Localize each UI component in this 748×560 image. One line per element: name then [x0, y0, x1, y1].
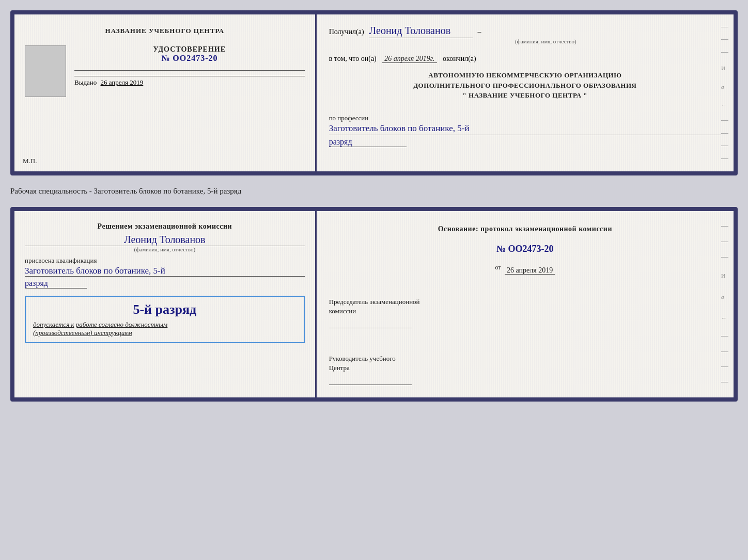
cert1-photo — [25, 45, 66, 97]
cert2-chairman-sign — [329, 318, 412, 328]
cert2-chairman-line2: комиссии — [329, 307, 721, 316]
cert1-org-line3: " НАЗВАНИЕ УЧЕБНОГО ЦЕНТРА " — [329, 90, 721, 101]
cert2-protocol-number: № OO2473-20 — [329, 244, 721, 254]
cert1-org-block: АВТОНОМНУЮ НЕКОММЕРЧЕСКУЮ ОРГАНИЗАЦИЮ ДО… — [329, 70, 721, 101]
cert1-dash: – — [478, 28, 481, 36]
cert1-razryad: разряд — [329, 137, 407, 147]
cert2-director: Руководитель учебного Центра — [329, 354, 721, 373]
cert1-date-prefix: в том, что он(а) — [329, 55, 377, 62]
cert2-from-date: 26 апреля 2019 — [505, 266, 555, 275]
cert2-badge-subtitle: допускается к работе согласно должностны… — [33, 321, 297, 337]
cert2-assigned-label: присвоена квалификация — [25, 257, 97, 265]
cert1-left-panel: НАЗВАНИЕ УЧЕБНОГО ЦЕНТРА УДОСТОВЕРЕНИЕ №… — [14, 14, 317, 171]
cert1-profession-value: Заготовитель блоков по ботанике, 5-й — [329, 123, 721, 135]
cert2-director-line1: Руководитель учебного — [329, 354, 721, 363]
cert2-from-line: от 26 апреля 2019 — [329, 264, 721, 275]
cert2-badge-box: 5-й разряд допускается к работе согласно… — [25, 296, 305, 343]
certificate-card-1: НАЗВАНИЕ УЧЕБНОГО ЦЕНТРА УДОСТОВЕРЕНИЕ №… — [10, 10, 738, 175]
cert1-title-block: УДОСТОВЕРЕНИЕ № OO2473-20 — [74, 45, 305, 63]
cert1-institution: НАЗВАНИЕ УЧЕБНОГО ЦЕНТРА — [105, 27, 225, 35]
cert1-fio-hint: (фамилия, имя, отчество) — [370, 38, 721, 44]
cert1-recipient-block: Получил(а) Леонид Толованов – (фамилия, … — [329, 25, 721, 44]
cert2-badge-title: 5-й разряд — [33, 302, 297, 317]
cert2-right-panel: Основание: протокол экзаменационной коми… — [317, 211, 734, 397]
cert1-issued-date: 26 апреля 2019 — [101, 78, 144, 86]
cert1-date-value: 26 апреля 2019г. — [382, 55, 437, 63]
badge-subtitle-underlined: работе согласно должностным — [76, 321, 168, 328]
cert2-chairman-line1: Председатель экзаменационной — [329, 297, 721, 307]
cert2-name: Леонид Толованов — [25, 234, 305, 246]
cert1-right-panel: Получил(а) Леонид Толованов – (фамилия, … — [317, 14, 734, 171]
cert2-director-block: Руководитель учебного Центра — [329, 346, 721, 387]
cert2-director-line2: Центра — [329, 363, 721, 373]
cert1-date-suffix: окончил(а) — [443, 55, 476, 62]
certificate-card-2: Решением экзаменационной комиссии Леонид… — [10, 207, 738, 402]
cert2-left-panel: Решением экзаменационной комиссии Леонид… — [14, 211, 317, 397]
cert2-razryad: разряд — [25, 279, 87, 289]
cert2-qualification: Заготовитель блоков по ботанике, 5-й — [25, 266, 305, 277]
badge-subtitle-italic: (производственным) инструкциям — [33, 329, 132, 337]
cert1-title: УДОСТОВЕРЕНИЕ — [74, 45, 305, 54]
cert1-profession-block: по профессии Заготовитель блоков по бота… — [329, 110, 721, 147]
cert2-fio-hint: (фамилия, имя, отчество) — [25, 246, 305, 252]
specialty-label: Рабочая специальность - Заготовитель бло… — [10, 185, 738, 198]
badge-subtitle-prefix: допускается к — [33, 321, 74, 328]
right-margin-marks: И а ← — [721, 14, 730, 171]
cert2-from-label: от — [495, 264, 501, 271]
cert1-received-prefix: Получил(а) — [329, 28, 364, 36]
cert1-mp: М.П. — [23, 157, 37, 165]
cert1-org-line1: АВТОНОМНУЮ НЕКОММЕРЧЕСКУЮ ОРГАНИЗАЦИЮ — [329, 70, 721, 81]
cert2-right-margin-marks: И а ← — [721, 211, 730, 397]
page-wrapper: НАЗВАНИЕ УЧЕБНОГО ЦЕНТРА УДОСТОВЕРЕНИЕ №… — [10, 10, 738, 402]
cert1-profession-label: по профессии — [329, 114, 721, 122]
cert1-recipient-name: Леонид Толованов — [369, 25, 473, 38]
cert2-chairman: Председатель экзаменационной комиссии — [329, 297, 721, 316]
cert1-number: № OO2473-20 — [74, 54, 305, 63]
cert2-basis: Основание: протокол экзаменационной коми… — [329, 223, 721, 234]
cert1-date-block: в том, что он(а) 26 апреля 2019г. окончи… — [329, 55, 721, 63]
cert1-issued-label: Выдано — [74, 78, 97, 86]
cert2-director-sign — [329, 375, 412, 385]
cert2-chairman-block: Председатель экзаменационной комиссии — [329, 292, 721, 330]
cert1-org-line2: ДОПОЛНИТЕЛЬНОГО ПРОФЕССИОНАЛЬНОГО ОБРАЗО… — [329, 81, 721, 91]
cert2-decision: Решением экзаменационной комиссии — [25, 221, 305, 232]
cert1-issued-line: Выдано 26 апреля 2019 — [74, 76, 305, 87]
